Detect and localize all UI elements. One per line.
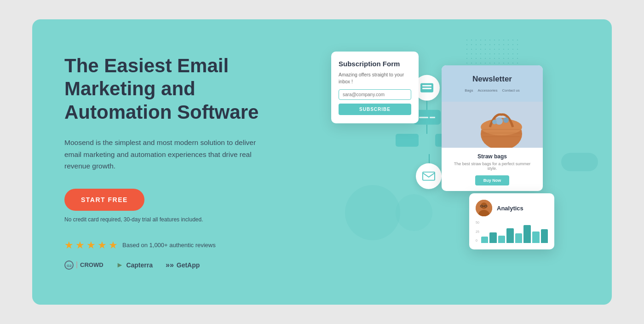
analytics-chart <box>481 220 548 243</box>
newsletter-body: Straw bags The best straw bags for a per… <box>442 148 543 191</box>
hero-container: The Easiest Email Marketing and Automati… <box>32 19 612 305</box>
subscription-form-desc: Amazing offers straight to your inbox ! <box>339 71 411 85</box>
svg-rect-2 <box>423 172 435 180</box>
newsletter-title: Newsletter <box>451 75 534 84</box>
stars-row: ★ ★ ★ ★ ★ Based on 1,000+ authentic revi… <box>64 239 304 251</box>
newsletter-product-image <box>442 102 543 148</box>
analytics-title: Analytics <box>497 205 523 212</box>
newsletter-card: Newsletter Bags Accessories Contact us <box>442 65 543 191</box>
svg-point-11 <box>492 120 497 124</box>
g2crowd-label: CROWD <box>76 261 104 268</box>
analytics-card: Analytics 50 25 0 <box>469 193 554 249</box>
star-rating: ★ ★ ★ ★ ★ <box>64 239 118 251</box>
svg-point-10 <box>503 117 509 123</box>
newsletter-header: Newsletter Bags Accessories Contact us <box>442 65 543 102</box>
analytics-avatar <box>476 200 492 216</box>
nav-accessories: Accessories <box>477 88 497 93</box>
svg-point-13 <box>481 202 487 209</box>
straw-bag-illustration <box>442 102 543 148</box>
g2crowd-icon: G2 <box>64 260 74 270</box>
capterra-label: Capterra <box>126 261 153 269</box>
star-4: ★ <box>98 239 107 251</box>
bg-circle-1 <box>345 185 400 240</box>
chart-bar-6 <box>523 225 531 243</box>
chart-label-0: 0 <box>476 239 479 242</box>
buy-now-button[interactable]: Buy Now <box>475 175 510 185</box>
getapp-icon: »» <box>166 261 174 269</box>
subscription-form-card: Subscription Form Amazing offers straigh… <box>331 52 419 123</box>
flow-node-icon <box>420 83 433 93</box>
subscription-email-input[interactable] <box>339 89 411 100</box>
getapp-label: GetApp <box>177 261 200 269</box>
subscription-form-title: Subscription Form <box>339 60 411 68</box>
left-content: The Easiest Email Marketing and Automati… <box>64 54 304 270</box>
capterra-badge: ► Capterra <box>116 261 153 269</box>
start-free-button[interactable]: START FREE <box>64 189 144 211</box>
chart-bar-8 <box>541 229 548 243</box>
newsletter-product-name: Straw bags <box>449 153 535 160</box>
getapp-badge: »» GetApp <box>166 261 200 269</box>
star-2: ★ <box>75 239 85 251</box>
email-icon <box>422 172 435 181</box>
star-1: ★ <box>64 239 74 251</box>
g2crowd-badge: G2 CROWD <box>64 260 104 270</box>
chart-label-25: 25 <box>476 230 479 233</box>
chart-label-50: 50 <box>476 221 479 224</box>
chart-bar-2 <box>489 232 497 243</box>
flow-connector-2 <box>426 125 427 134</box>
capterra-icon: ► <box>116 261 124 269</box>
nav-contact: Contact us <box>502 88 520 93</box>
no-credit-text: No credit card required, 30-day trial al… <box>64 216 304 223</box>
email-flow-node <box>416 163 442 189</box>
flow-branch-left <box>396 134 419 147</box>
avatar-image <box>476 200 492 216</box>
review-text: Based on 1,000+ authentic reviews <box>122 242 216 249</box>
chart-bar-1 <box>481 237 489 243</box>
star-3: ★ <box>86 239 96 251</box>
hero-title: The Easiest Email Marketing and Automati… <box>64 54 304 124</box>
newsletter-nav: Bags Accessories Contact us <box>451 88 534 93</box>
flow-connector-1 <box>426 101 427 110</box>
chart-bar-3 <box>498 236 506 243</box>
badges-row: G2 CROWD ► Capterra »» GetApp <box>64 260 304 270</box>
chart-bar-5 <box>515 233 523 243</box>
nav-bags: Bags <box>465 88 473 93</box>
hero-description: Moosend is the simplest and most modern … <box>64 137 262 172</box>
subscribe-button[interactable]: SUBSCRIBE <box>339 104 411 115</box>
svg-text:G2: G2 <box>67 264 72 268</box>
right-visual: Subscription Form Amazing offers straigh… <box>304 47 580 277</box>
chart-bar-4 <box>506 228 514 243</box>
analytics-header: Analytics <box>476 200 548 216</box>
bg-circle-2 <box>396 194 432 231</box>
chart-bar-7 <box>532 231 540 243</box>
star-5: ★ <box>109 239 118 251</box>
newsletter-product-desc: The best straw bags for a perfect summer… <box>449 162 535 171</box>
